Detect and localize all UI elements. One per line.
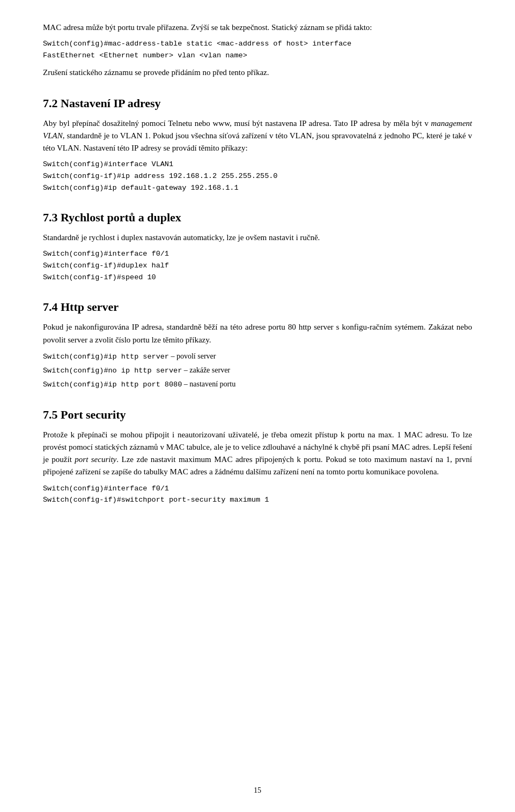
section-72-heading: 7.2 Nastavení IP adresy [43,94,472,112]
section-73-para1: Standardně je rychlost i duplex nastavov… [43,232,472,244]
section-74-code: Switch(config)#ip http server – povolí s… [43,351,472,391]
section-75-heading: 7.5 Port security [43,406,472,423]
section-75-code: Switch(config)#interface f0/1 Switch(con… [43,483,472,506]
page-number: 15 [254,785,261,796]
http-server-line2: Switch(config)#no ip http server – zakáž… [43,364,472,376]
section-74-heading: 7.4 Http server [43,298,472,316]
intro-code: Switch(config)#mac-address-table static … [43,38,472,61]
section-72-para1: Aby byl přepínač dosažitelný pomocí Teln… [43,117,472,155]
section-74-para1: Pokud je nakonfigurována IP adresa, stan… [43,321,472,346]
intro-line2: Zrušení statického záznamu se provede př… [43,66,472,79]
section-73-code: Switch(config)#interface f0/1 Switch(con… [43,248,472,283]
section-75-para1: Protože k přepínači se mohou připojit i … [43,429,472,479]
section-73-heading: 7.3 Rychlost portů a duplex [43,208,472,226]
http-server-line3: Switch(config)#ip http port 8080 – nasta… [43,378,472,390]
intro-text: MAC adresa může být portu trvale přiřaze… [43,21,472,34]
http-server-line1: Switch(config)#ip http server – povolí s… [43,351,472,362]
section-72-code: Switch(config)#interface VLAN1 Switch(co… [43,159,472,193]
page: MAC adresa může být portu trvale přiřaze… [0,0,515,812]
